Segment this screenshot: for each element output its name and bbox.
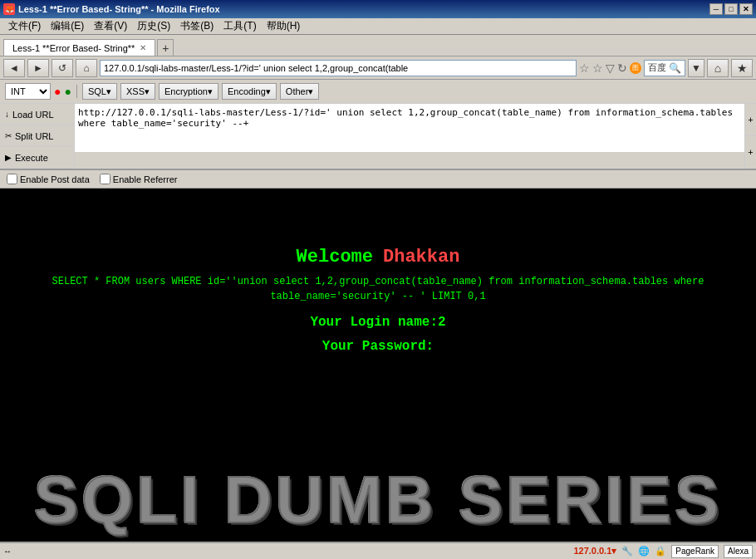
url-textarea[interactable]: http://127.0.0.1/sqli-labs-master/Less-1… xyxy=(75,104,744,152)
title-bar: 🦊 Less-1 **Error Based- String** - Mozil… xyxy=(0,0,756,18)
provider-icon: 图 xyxy=(630,62,641,74)
enable-post-checkbox[interactable] xyxy=(7,174,17,184)
ip-address[interactable]: 127.0.0.1▾ xyxy=(573,546,616,557)
tab-close-button[interactable]: ✕ xyxy=(140,43,146,52)
search-icon[interactable]: 🔍 xyxy=(669,62,681,74)
load-url-button[interactable]: ↓ Load URL xyxy=(0,104,74,125)
checkbox-row: Enable Post data Enable Referrer xyxy=(0,170,756,189)
red-indicator: ● xyxy=(54,85,61,98)
execute-icon: ▶ xyxy=(5,153,12,162)
green-indicator: ● xyxy=(64,85,71,98)
status-right: 127.0.0.1▾ 🔧 🌐 🔒 PageRank Alexa xyxy=(573,545,753,558)
encryption-button[interactable]: Encryption▾ xyxy=(159,83,218,100)
window-title: Less-1 **Error Based- String** - Mozilla… xyxy=(18,4,220,14)
refresh2-icon[interactable]: ↻ xyxy=(617,61,627,75)
hackbar-main: ↓ Load URL ✂ Split URL ▶ Execute http://… xyxy=(0,103,756,169)
tab-main[interactable]: Less-1 **Error Based- String** ✕ xyxy=(3,39,155,56)
split-icon: ✂ xyxy=(5,131,12,140)
login-info: Your Login name:2 Your Password: xyxy=(310,311,445,359)
type-select[interactable]: INT STRING FLOAT xyxy=(5,83,51,100)
main-content: Welcome Dhakkan SELECT * FROM users WHER… xyxy=(0,189,756,542)
other-button[interactable]: Other▾ xyxy=(280,83,320,100)
separator-1 xyxy=(76,85,77,98)
address-bar: ◄ ► ↺ ⌂ ☆ ☆ ▽ ↻ 图 百度 🔍 ▼ ⌂ ★ xyxy=(0,56,756,80)
arrow-down-icon[interactable]: ▽ xyxy=(606,61,615,75)
minimize-button[interactable]: ─ xyxy=(709,3,723,15)
menu-tools[interactable]: 工具(T) xyxy=(218,17,261,35)
menu-view[interactable]: 查看(V) xyxy=(89,17,132,35)
lock-icon: 🔒 xyxy=(655,546,666,557)
status-left: ↔ xyxy=(3,547,12,556)
menu-btn[interactable]: ▼ xyxy=(688,59,704,77)
expand-button[interactable]: + xyxy=(745,104,756,136)
home-button[interactable]: ⌂ xyxy=(76,59,97,77)
referrer-label[interactable]: Enable Referrer xyxy=(100,174,178,184)
search-box: 百度 🔍 xyxy=(644,60,685,76)
resize-icon: ↔ xyxy=(3,547,12,556)
search-label: 百度 xyxy=(648,61,666,74)
menu-help[interactable]: 帮助(H) xyxy=(262,17,306,35)
welcome-line: Welcome Dhakkan xyxy=(297,247,460,267)
tab-bar: Less-1 **Error Based- String** ✕ + xyxy=(0,35,756,56)
reload-button[interactable]: ↺ xyxy=(52,59,73,77)
new-tab-button[interactable]: + xyxy=(157,39,174,56)
forward-button[interactable]: ► xyxy=(27,59,49,77)
status-bar: ↔ 127.0.0.1▾ 🔧 🌐 🔒 PageRank Alexa xyxy=(0,542,756,559)
close-button[interactable]: ✕ xyxy=(739,3,753,15)
menu-edit[interactable]: 编辑(E) xyxy=(46,17,89,35)
menu-bookmarks[interactable]: 书签(B) xyxy=(175,17,218,35)
xss-button[interactable]: XSS▾ xyxy=(120,83,155,100)
split-url-button[interactable]: ✂ Split URL xyxy=(0,125,74,147)
menu-bar: 文件(F) 编辑(E) 查看(V) 历史(S) 书签(B) 工具(T) 帮助(H… xyxy=(0,18,756,35)
address-input[interactable] xyxy=(100,60,577,76)
home2-btn[interactable]: ⌂ xyxy=(707,59,729,77)
alexa-widget[interactable]: Alexa xyxy=(724,545,753,558)
encoding-button[interactable]: Encoding▾ xyxy=(222,83,277,100)
hackbar-textarea-container: http://127.0.0.1/sqli-labs-master/Less-1… xyxy=(75,104,744,169)
execute-button[interactable]: ▶ Execute xyxy=(0,147,74,169)
maximize-button[interactable]: □ xyxy=(724,3,738,15)
tool-icon: 🔧 xyxy=(621,546,633,557)
welcome-text: Welcome xyxy=(297,247,373,267)
sql-button[interactable]: SQL▾ xyxy=(82,83,117,100)
hackbar-actions: ↓ Load URL ✂ Split URL ▶ Execute xyxy=(0,104,75,169)
star-icon[interactable]: ☆ xyxy=(579,61,590,75)
app-icon: 🦊 xyxy=(3,3,15,15)
collapse-button[interactable]: + xyxy=(745,136,756,169)
window-controls: ─ □ ✕ xyxy=(709,3,753,15)
dhakkan-text: Dhakkan xyxy=(383,247,459,267)
hackbar: INT STRING FLOAT ● ● SQL▾ XSS▾ Encryptio… xyxy=(0,80,756,170)
menu-file[interactable]: 文件(F) xyxy=(3,17,46,35)
pagerank-widget[interactable]: PageRank xyxy=(671,545,719,558)
sqli-dumb-series-title: SQLI DUMB SERIES xyxy=(0,467,756,542)
hackbar-toolbar: INT STRING FLOAT ● ● SQL▾ XSS▾ Encryptio… xyxy=(0,80,756,103)
enable-referrer-checkbox[interactable] xyxy=(100,174,110,184)
back-button[interactable]: ◄ xyxy=(3,59,25,77)
bookmark-btn[interactable]: ★ xyxy=(731,59,753,77)
hackbar-resize-buttons: + + xyxy=(744,104,756,169)
globe-icon: 🌐 xyxy=(638,546,650,557)
tab-label: Less-1 **Error Based- String** xyxy=(12,43,135,53)
load-icon: ↓ xyxy=(5,110,9,119)
star2-icon[interactable]: ☆ xyxy=(592,61,603,75)
sql-query: SELECT * FROM users WHERE id=''union sel… xyxy=(52,274,704,304)
post-data-label[interactable]: Enable Post data xyxy=(7,174,90,184)
menu-history[interactable]: 历史(S) xyxy=(132,17,175,35)
